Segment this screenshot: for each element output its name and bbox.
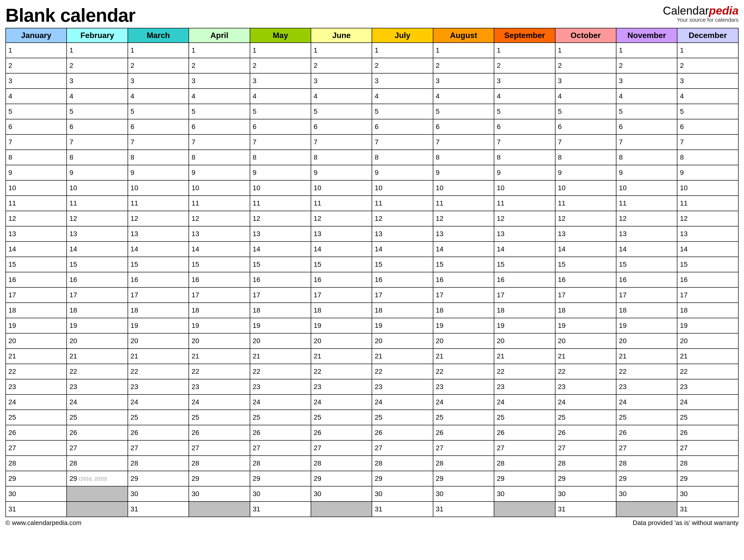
footer: © www.calendarpedia.com Data provided 'a… — [5, 519, 739, 527]
day-cell: 18 — [433, 303, 494, 318]
day-cell: 15 — [128, 257, 189, 272]
day-cell: 7 — [677, 135, 738, 150]
day-row: 252525252525252525252525 — [6, 410, 738, 425]
day-cell: 22 — [6, 364, 67, 379]
day-cell: 28 — [372, 456, 433, 471]
day-cell: 25 — [128, 410, 189, 425]
day-cell: 29 — [616, 471, 677, 486]
day-cell: 28 — [67, 456, 127, 471]
day-cell: 19 — [67, 318, 127, 333]
day-cell: 4 — [128, 88, 189, 104]
day-cell: 21 — [372, 348, 433, 364]
day-cell: 29 — [6, 471, 67, 486]
day-cell: 17 — [67, 288, 127, 303]
day-cell: 20 — [6, 333, 67, 348]
month-header-november: November — [616, 28, 677, 43]
day-cell: 22 — [677, 364, 738, 379]
day-cell: 2 — [616, 58, 677, 73]
day-row: 232323232323232323232323 — [6, 379, 738, 395]
day-cell: 3 — [189, 73, 250, 88]
day-cell: 2 — [372, 58, 433, 73]
day-cell: 6 — [6, 119, 67, 135]
day-cell: 27 — [6, 440, 67, 456]
day-row: 31313131313131 — [6, 501, 738, 517]
day-cell: 9 — [372, 165, 433, 180]
day-cell — [616, 501, 677, 517]
day-cell: 6 — [250, 119, 311, 135]
day-row: 262626262626262626262626 — [6, 425, 738, 440]
day-cell: 7 — [372, 135, 433, 150]
day-cell: 8 — [616, 150, 677, 165]
day-cell: 10 — [433, 180, 494, 196]
day-row: 171717171717171717171717 — [6, 288, 738, 303]
month-header-march: March — [128, 28, 189, 43]
day-cell: 22 — [189, 364, 250, 379]
day-row: 191919191919191919191919 — [6, 318, 738, 333]
day-cell: 23 — [67, 379, 127, 395]
day-cell: 6 — [494, 119, 555, 135]
day-cell: 14 — [616, 241, 677, 257]
day-cell: 19 — [6, 318, 67, 333]
day-cell: 16 — [494, 272, 555, 288]
day-cell: 14 — [250, 241, 311, 257]
day-cell: 10 — [555, 180, 616, 196]
day-row: 282828282828282828282828 — [6, 456, 738, 471]
day-cell: 8 — [494, 150, 555, 165]
day-cell: 14 — [311, 241, 372, 257]
day-cell: 14 — [494, 241, 555, 257]
day-cell: 29 — [677, 471, 738, 486]
day-cell: 26 — [555, 425, 616, 440]
day-row: 333333333333 — [6, 73, 738, 88]
day-cell: 24 — [555, 395, 616, 410]
day-cell: 30 — [677, 486, 738, 501]
day-cell: 7 — [67, 135, 127, 150]
day-cell: 30 — [372, 486, 433, 501]
day-cell: 16 — [128, 272, 189, 288]
day-row: 666666666666 — [6, 119, 738, 135]
day-cell: 9 — [555, 165, 616, 180]
day-cell: 2 — [433, 58, 494, 73]
day-cell: 15 — [311, 257, 372, 272]
day-cell: 15 — [189, 257, 250, 272]
day-cell: 25 — [372, 410, 433, 425]
day-cell: 8 — [372, 150, 433, 165]
day-cell: 26 — [67, 425, 127, 440]
day-cell: 4 — [372, 88, 433, 104]
day-cell: 23 — [250, 379, 311, 395]
day-cell: 18 — [6, 303, 67, 318]
day-cell — [311, 501, 372, 517]
day-cell: 23 — [128, 379, 189, 395]
day-cell: 29 — [494, 471, 555, 486]
day-cell: 9 — [128, 165, 189, 180]
day-cell: 22 — [128, 364, 189, 379]
day-cell: 25 — [67, 410, 127, 425]
day-cell: 29 — [189, 471, 250, 486]
day-cell: 2 — [6, 58, 67, 73]
day-cell: 14 — [6, 241, 67, 257]
day-cell: 29 (2016, 2020) — [67, 471, 127, 486]
day-cell: 28 — [677, 456, 738, 471]
day-cell: 8 — [6, 150, 67, 165]
day-cell: 14 — [128, 241, 189, 257]
day-cell: 13 — [67, 226, 127, 241]
day-cell: 12 — [433, 211, 494, 226]
day-cell: 13 — [372, 226, 433, 241]
day-cell: 18 — [189, 303, 250, 318]
day-cell: 4 — [433, 88, 494, 104]
month-header-june: June — [311, 28, 372, 43]
day-cell: 1 — [372, 43, 433, 58]
day-cell: 26 — [128, 425, 189, 440]
day-cell: 10 — [616, 180, 677, 196]
day-row: 555555555555 — [6, 104, 738, 119]
day-cell: 11 — [494, 196, 555, 211]
day-cell: 7 — [128, 135, 189, 150]
day-cell: 1 — [677, 43, 738, 58]
month-header-may: May — [250, 28, 311, 43]
day-cell: 1 — [6, 43, 67, 58]
day-cell: 16 — [189, 272, 250, 288]
day-cell: 26 — [372, 425, 433, 440]
day-cell: 12 — [555, 211, 616, 226]
day-cell: 29 — [372, 471, 433, 486]
day-cell: 11 — [67, 196, 127, 211]
month-header-january: January — [6, 28, 67, 43]
